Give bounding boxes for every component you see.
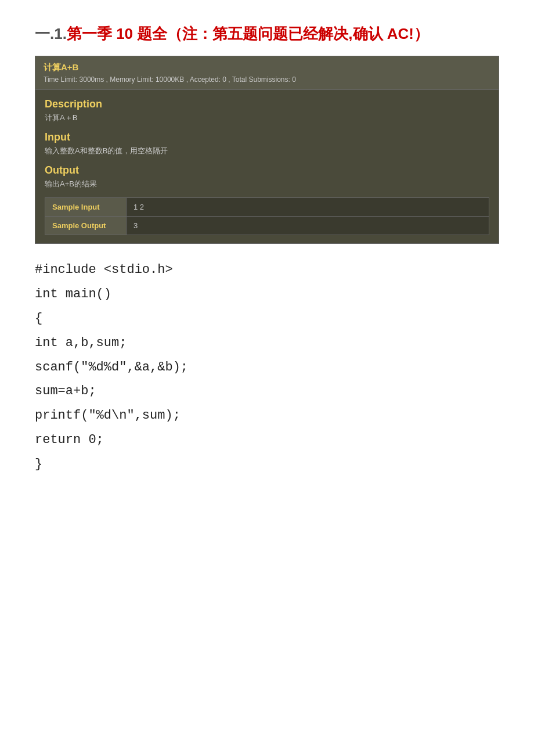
sample-output-label: Sample Output	[45, 217, 127, 235]
problem-meta: Time Limit: 3000ms , Memory Limit: 10000…	[44, 75, 490, 84]
sample-input-row: Sample Input 1 2	[45, 198, 489, 217]
code-line: scanf("%d%d",&a,&b);	[35, 355, 499, 380]
description-heading: Description	[45, 98, 489, 110]
sample-output-row: Sample Output 3	[45, 217, 489, 235]
problem-body: Description 计算A＋B Input 输入整数A和整数B的值，用空格隔…	[35, 90, 499, 243]
input-heading: Input	[45, 131, 489, 143]
code-line: {	[35, 307, 499, 331]
code-line: printf("%d\n",sum);	[35, 404, 499, 428]
page-title: 一.1.第一季 10 题全（注：第五题问题已经解决,确认 AC!）	[35, 23, 499, 44]
sample-input-label: Sample Input	[45, 198, 127, 217]
code-line: return 0;	[35, 428, 499, 452]
problem-box: 计算A+B Time Limit: 3000ms , Memory Limit:…	[35, 56, 499, 244]
code-line: sum=a+b;	[35, 379, 499, 404]
sample-table: Sample Input 1 2 Sample Output 3	[45, 197, 489, 235]
problem-title: 计算A+B	[44, 62, 490, 73]
title-main: 第一季 10 题全（注：第五题问题已经解决,确认 AC!）	[67, 25, 429, 42]
code-line: int main()	[35, 282, 499, 307]
sample-input-value: 1 2	[127, 198, 489, 217]
code-block: #include <stdio.h>int main(){ int a,b,su…	[35, 258, 499, 476]
description-text: 计算A＋B	[45, 113, 489, 123]
input-text: 输入整数A和整数B的值，用空格隔开	[45, 146, 489, 156]
code-line: }	[35, 452, 499, 477]
output-heading: Output	[45, 164, 489, 177]
title-prefix: 一.1.	[35, 25, 67, 42]
output-text: 输出A+B的结果	[45, 179, 489, 189]
code-line: int a,b,sum;	[35, 331, 499, 355]
sample-output-value: 3	[127, 217, 489, 235]
problem-header: 计算A+B Time Limit: 3000ms , Memory Limit:…	[35, 56, 499, 90]
code-line: #include <stdio.h>	[35, 258, 499, 282]
